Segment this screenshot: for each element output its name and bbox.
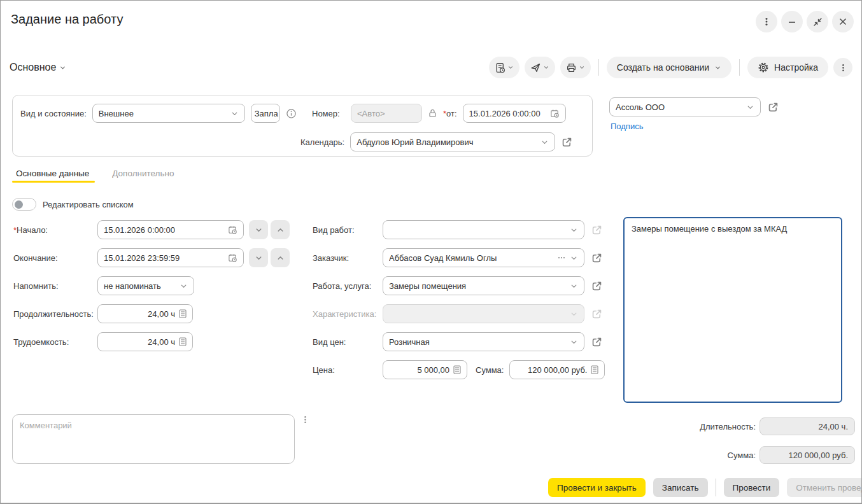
duration-field[interactable] bbox=[97, 304, 193, 323]
calendar-clock-icon bbox=[228, 253, 237, 263]
edit-as-list-toggle[interactable] bbox=[12, 198, 36, 211]
open-calendar-button[interactable] bbox=[561, 136, 573, 148]
end-date-field[interactable] bbox=[97, 248, 244, 267]
open-organization-button[interactable] bbox=[767, 101, 779, 113]
save-button[interactable]: Записать bbox=[653, 478, 708, 497]
end-label: Окончание: bbox=[13, 253, 97, 263]
toolbar-separator bbox=[739, 59, 740, 76]
date-label: *от: bbox=[443, 109, 457, 118]
effort-field[interactable] bbox=[97, 332, 193, 351]
settings-label: Настройка bbox=[774, 62, 818, 73]
section-menu-link[interactable]: Основное bbox=[10, 62, 66, 73]
calendar-select[interactable]: Абдулов Юрий Владимирович bbox=[350, 132, 555, 151]
more-actions-button[interactable] bbox=[833, 58, 852, 77]
chevron-down-icon bbox=[570, 282, 578, 290]
service-value: Замеры помещения bbox=[389, 281, 566, 291]
effort-label: Трудоемкость: bbox=[13, 337, 97, 347]
active-tab-underline bbox=[12, 181, 95, 183]
state-button[interactable]: Запла bbox=[251, 104, 280, 123]
tab-main-data[interactable]: Основные данные bbox=[16, 169, 89, 178]
edit-as-list-label: Редактировать списком bbox=[43, 200, 134, 209]
calculator-icon bbox=[591, 365, 598, 374]
total-duration-label: Длительность: bbox=[663, 422, 756, 431]
chevron-down-icon bbox=[570, 254, 578, 262]
close-icon bbox=[838, 17, 847, 26]
start-label: *Начало: bbox=[13, 225, 97, 235]
create-based-on-button[interactable]: Создать на основании bbox=[607, 57, 731, 78]
total-amount-label: Сумма: bbox=[663, 451, 756, 460]
document-header-group: Вид и состояние: Внешнее Запла Номер: *о… bbox=[12, 95, 593, 157]
reports-menu-button[interactable] bbox=[489, 57, 519, 78]
organization-select[interactable]: Ассоль ООО bbox=[609, 97, 761, 116]
lock-icon bbox=[428, 108, 437, 118]
open-price-type-button[interactable] bbox=[591, 336, 603, 348]
kind-state-select[interactable]: Внешнее bbox=[92, 104, 245, 123]
amount-field[interactable] bbox=[509, 360, 605, 379]
amount-input[interactable] bbox=[516, 365, 587, 375]
chevron-down-icon bbox=[507, 64, 514, 71]
calendar-clock-icon bbox=[550, 109, 560, 118]
start-decrease-button[interactable] bbox=[249, 220, 268, 239]
end-increase-button[interactable] bbox=[271, 248, 290, 267]
price-input[interactable] bbox=[389, 365, 449, 375]
chevron-down-icon bbox=[59, 64, 66, 71]
window-controls bbox=[756, 11, 854, 32]
comment-menu-button[interactable] bbox=[301, 416, 309, 426]
signature-link[interactable]: Подпись bbox=[611, 122, 643, 131]
total-amount-field: 120 000,00 руб. bbox=[760, 446, 855, 464]
service-select[interactable]: Замеры помещения bbox=[383, 276, 584, 295]
description-textarea[interactable]: Замеры помещение с выездом за МКАД bbox=[623, 217, 842, 403]
kebab-icon bbox=[839, 64, 847, 72]
work-type-label: Вид работ: bbox=[313, 225, 383, 235]
ellipsis-icon bbox=[557, 253, 566, 262]
work-task-window: Задание на работу Основное bbox=[0, 0, 862, 504]
chevron-down-icon bbox=[579, 64, 585, 71]
price-type-select[interactable]: Розничная bbox=[383, 332, 584, 351]
post-and-close-button[interactable]: Провести и закрыть bbox=[548, 478, 646, 497]
number-field bbox=[351, 104, 422, 123]
remind-select[interactable]: не напоминать bbox=[97, 276, 194, 295]
customer-select[interactable]: Аббасов Суад Кямиль Оглы bbox=[383, 248, 584, 267]
settings-button[interactable]: Настройка bbox=[747, 57, 828, 78]
characteristic-select bbox=[383, 304, 584, 323]
price-type-value: Розничная bbox=[389, 337, 566, 347]
window-menu-button[interactable] bbox=[756, 11, 777, 32]
document-clock-icon bbox=[495, 62, 505, 73]
print-menu-button[interactable] bbox=[560, 57, 591, 78]
kebab-icon bbox=[301, 416, 309, 424]
document-date-field[interactable] bbox=[463, 104, 566, 123]
send-menu-button[interactable] bbox=[525, 57, 555, 78]
total-duration-field: 24,00 ч. bbox=[760, 417, 855, 435]
close-button[interactable] bbox=[832, 11, 854, 32]
chevron-down-icon bbox=[543, 64, 549, 71]
start-date-field[interactable] bbox=[97, 220, 244, 239]
open-characteristic-button bbox=[591, 308, 603, 320]
calendar-value: Абдулов Юрий Владимирович bbox=[357, 137, 537, 147]
remind-label: Напомнить: bbox=[13, 281, 97, 291]
document-date-input[interactable] bbox=[469, 109, 546, 118]
characteristic-label: Характеристика: bbox=[313, 309, 383, 319]
minimize-button[interactable] bbox=[781, 11, 803, 32]
start-increase-button[interactable] bbox=[271, 220, 290, 239]
service-label: Работа, услуга: bbox=[313, 281, 383, 291]
restore-button[interactable] bbox=[807, 11, 828, 32]
tab-additional[interactable]: Дополнительно bbox=[112, 169, 174, 178]
create-based-on-label: Создать на основании bbox=[617, 62, 709, 73]
chevron-down-icon bbox=[541, 138, 549, 146]
price-field[interactable] bbox=[383, 360, 467, 379]
comment-textarea[interactable] bbox=[12, 414, 295, 464]
end-decrease-button[interactable] bbox=[249, 248, 268, 267]
calendar-label: Календарь: bbox=[300, 137, 344, 147]
toolbar-separator bbox=[598, 59, 599, 76]
open-service-button[interactable] bbox=[591, 280, 603, 292]
start-date-input[interactable] bbox=[104, 225, 224, 235]
minimize-icon bbox=[788, 17, 796, 26]
duration-input[interactable] bbox=[104, 309, 175, 319]
amount-label: Сумма: bbox=[476, 365, 504, 375]
post-button[interactable]: Провести bbox=[724, 478, 780, 497]
end-date-input[interactable] bbox=[104, 253, 224, 263]
open-customer-button[interactable] bbox=[591, 252, 603, 264]
effort-input[interactable] bbox=[104, 337, 175, 347]
work-type-select[interactable] bbox=[383, 220, 584, 239]
calculator-icon bbox=[453, 365, 461, 374]
